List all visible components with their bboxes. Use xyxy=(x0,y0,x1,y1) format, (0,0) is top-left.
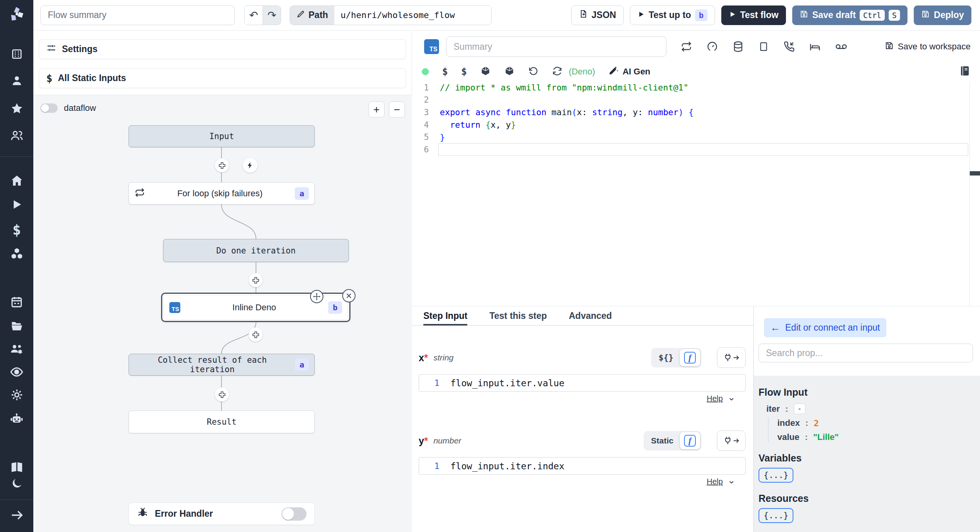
tab-step-input[interactable]: Step Input xyxy=(423,306,467,325)
code-editor[interactable]: 1// import * as wmill from "npm:windmill… xyxy=(412,81,980,306)
dataflow-toggle[interactable] xyxy=(40,103,58,113)
sidebar-workers-icon[interactable] xyxy=(0,342,33,356)
flow-node-forloop[interactable]: For loop (skip failures) a xyxy=(129,182,315,204)
retry-icon[interactable] xyxy=(681,41,692,52)
redo-button[interactable]: ↷ xyxy=(263,6,281,25)
field-x-expression-editor[interactable]: 1 flow_input.iter.value xyxy=(419,374,746,392)
sidebar-ai-bot-icon[interactable] xyxy=(0,412,33,425)
tree-row-iter[interactable]: iter : - xyxy=(766,404,980,414)
code-line[interactable]: 5} xyxy=(412,131,980,143)
sidebar-favorites-icon[interactable] xyxy=(0,102,33,115)
variables-object-button[interactable]: {...} xyxy=(759,468,793,483)
error-handler-toggle[interactable] xyxy=(281,507,307,521)
package-icon[interactable] xyxy=(480,66,491,78)
chevron-down-icon[interactable]: ⌄ xyxy=(728,392,735,403)
mode-template-option[interactable]: ${} xyxy=(652,353,680,362)
code-line[interactable]: 1// import * as wmill from "npm:windmill… xyxy=(412,81,980,94)
reload-runtime-icon[interactable] xyxy=(552,66,563,78)
code-line[interactable]: 3export async function main(x: string, y… xyxy=(412,106,980,119)
tree-row-value[interactable]: value : "Lille" xyxy=(777,432,980,442)
suspend-phone-icon[interactable] xyxy=(783,41,795,52)
flow-node-iteration[interactable]: Do one iteration xyxy=(163,239,349,262)
deploy-button[interactable]: Deploy xyxy=(914,5,971,25)
save-to-workspace-label: Save to workspace xyxy=(898,42,971,52)
save-to-workspace-button[interactable]: Save to workspace xyxy=(885,41,971,52)
early-stop-gauge-icon[interactable] xyxy=(706,41,718,52)
docs-book-icon[interactable] xyxy=(960,65,971,79)
help-link[interactable]: Help xyxy=(707,477,723,486)
step-summary-input[interactable] xyxy=(446,36,666,57)
test-up-to-button[interactable]: Test up to b xyxy=(630,5,715,25)
code-line[interactable]: 6 xyxy=(412,143,980,156)
json-button[interactable]: JSON xyxy=(571,5,624,25)
sidebar-docs-icon[interactable] xyxy=(0,460,33,474)
cache-database-icon[interactable] xyxy=(732,41,744,52)
path-input[interactable] xyxy=(334,6,491,25)
all-static-inputs-button[interactable]: $ All Static Inputs xyxy=(39,68,406,88)
sidebar-schedules-icon[interactable] xyxy=(0,295,33,308)
sidebar-home-icon[interactable] xyxy=(0,174,33,187)
save-draft-button[interactable]: Save draft Ctrl S xyxy=(792,5,907,25)
sidebar-runs-icon[interactable] xyxy=(0,198,33,211)
sidebar-settings-icon[interactable] xyxy=(0,388,33,402)
field-y-connect-button[interactable] xyxy=(717,431,746,451)
tab-advanced[interactable]: Advanced xyxy=(569,306,612,325)
flow-node-result[interactable]: Result xyxy=(129,411,315,433)
overview-ruler-cursor-mark xyxy=(970,171,980,176)
sidebar-user-icon[interactable] xyxy=(0,74,33,87)
add-step-button[interactable] xyxy=(215,158,229,172)
undo-button[interactable]: ↶ xyxy=(245,6,263,25)
zoom-out-button[interactable]: − xyxy=(389,101,405,118)
delete-node-button[interactable] xyxy=(342,289,356,302)
move-node-button[interactable] xyxy=(310,290,323,303)
typescript-badge[interactable]: TS xyxy=(424,39,439,54)
sidebar-resources-icon[interactable] xyxy=(0,247,33,260)
sidebar-collapse-arrow-icon[interactable] xyxy=(0,508,33,522)
resource-picker-icon[interactable]: $ xyxy=(461,66,466,77)
test-flow-button[interactable]: Test flow xyxy=(721,5,786,25)
flow-node-collect[interactable]: Collect result of each iteration a xyxy=(129,354,315,376)
chevron-down-icon[interactable]: ⌄ xyxy=(728,475,735,486)
add-trigger-button[interactable] xyxy=(243,158,258,173)
tab-test-this-step[interactable]: Test this step xyxy=(489,306,547,325)
collapse-toggle-button[interactable]: - xyxy=(794,404,806,414)
sidebar-folders-icon[interactable] xyxy=(0,319,33,333)
package-icon[interactable] xyxy=(504,66,515,78)
tree-row-index[interactable]: index : 2 xyxy=(777,418,980,428)
settings-button[interactable]: Settings xyxy=(39,39,406,59)
sidebar-audit-icon[interactable] xyxy=(0,365,33,379)
line-number: 1 xyxy=(419,461,439,471)
flow-node-input[interactable]: Input xyxy=(129,125,315,147)
code-line[interactable]: 2 xyxy=(412,94,980,107)
sidebar-theme-moon-icon[interactable] xyxy=(0,477,33,490)
code-line[interactable]: 4 return {x, y} xyxy=(412,119,980,131)
field-y-expression-editor[interactable]: 1 flow_input.iter.index xyxy=(419,457,746,475)
add-step-button[interactable] xyxy=(249,273,263,287)
voicemail-icon[interactable] xyxy=(835,40,848,53)
mode-javascript-option[interactable]: f xyxy=(680,432,700,449)
tree-key: value xyxy=(777,432,799,442)
reset-code-icon[interactable] xyxy=(528,66,539,78)
ai-gen-button[interactable]: AI Gen xyxy=(608,65,650,78)
edit-or-connect-button[interactable]: ← Edit or connect an input xyxy=(764,318,886,337)
variable-picker-icon[interactable]: $ xyxy=(442,66,448,77)
flow-summary-input[interactable] xyxy=(40,5,235,25)
error-handler-card[interactable]: Error Handler xyxy=(129,503,315,525)
add-step-button[interactable] xyxy=(215,387,229,402)
function-icon: f xyxy=(684,435,696,447)
resources-object-button[interactable]: {...} xyxy=(759,508,793,523)
sleep-bed-icon[interactable] xyxy=(809,41,821,52)
mode-javascript-option[interactable]: f xyxy=(680,349,700,366)
sidebar-groups-icon[interactable] xyxy=(0,129,33,142)
field-x-connect-button[interactable] xyxy=(717,347,746,368)
mock-icon[interactable] xyxy=(758,41,769,52)
add-step-button[interactable] xyxy=(249,328,263,342)
path-button[interactable]: Path xyxy=(290,6,334,25)
zoom-in-button[interactable]: + xyxy=(368,101,385,118)
help-link[interactable]: Help xyxy=(707,394,723,403)
sidebar-variables-icon[interactable]: $ xyxy=(0,222,33,238)
search-prop-input[interactable] xyxy=(759,344,973,362)
mode-static-option[interactable]: Static xyxy=(645,436,680,445)
windmill-logo-icon[interactable] xyxy=(0,5,33,23)
sidebar-apps-icon[interactable] xyxy=(0,48,33,60)
